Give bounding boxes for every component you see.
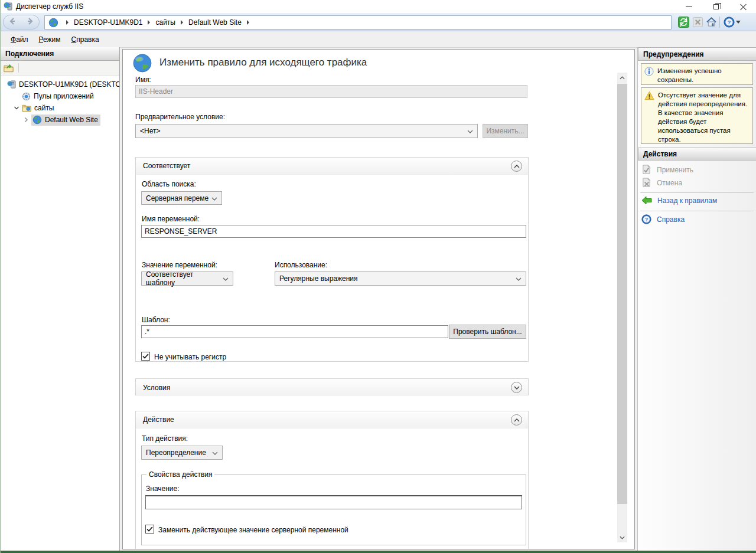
- apply-icon: [641, 165, 651, 175]
- conditions-section-header: Условия: [136, 379, 528, 396]
- back-to-rules-label[interactable]: Назад к правилам: [657, 197, 717, 205]
- breadcrumb-item-default-web-site[interactable]: Default Web Site: [188, 18, 242, 27]
- match-section-title: Соответствует: [143, 162, 190, 170]
- restore-icon: [713, 4, 719, 9]
- app-icon: [4, 2, 13, 13]
- scope-value: Серверная переменн: [146, 194, 208, 202]
- tree-item-default-web-site-selection[interactable]: Default Web Site: [31, 114, 100, 126]
- help-circle-icon: ?: [641, 214, 651, 224]
- tree-item-app-pools-label[interactable]: Пулы приложений: [34, 92, 94, 100]
- window-title: Диспетчер служб IIS: [16, 2, 83, 11]
- scroll-down-icon[interactable]: [617, 532, 627, 542]
- check-icon: [146, 526, 153, 532]
- chevron-down-icon: [223, 274, 229, 283]
- tree-item-default-web-site-label[interactable]: Default Web Site: [45, 116, 98, 124]
- test-pattern-button[interactable]: Проверить шаблон...: [449, 325, 526, 339]
- precondition-select[interactable]: <Нет>: [135, 124, 478, 138]
- action-properties-group: Свойства действия Значение: Заменить дей…: [141, 475, 526, 545]
- apply-action: Применить: [641, 165, 693, 175]
- collapse-up-icon[interactable]: [511, 414, 522, 426]
- breadcrumb-arrow-icon: [148, 20, 150, 25]
- tree-item-sites-label[interactable]: сайты: [34, 104, 54, 112]
- variable-name-input[interactable]: [141, 225, 526, 238]
- tree-item-sites[interactable]: сайты: [14, 102, 54, 114]
- breadcrumb: DESKTOP-U1MK9D1 сайты Default Web Site: [44, 15, 672, 30]
- home-button[interactable]: [705, 16, 718, 28]
- address-bar: DESKTOP-U1MK9D1 сайты Default Web Site ?: [1, 13, 756, 31]
- chevron-down-icon: [467, 127, 473, 135]
- name-label: Имя:: [135, 76, 151, 84]
- pattern-input[interactable]: [141, 325, 448, 338]
- help-button[interactable]: ?: [723, 16, 735, 28]
- tree-item-default-web-site[interactable]: Default Web Site: [23, 114, 100, 126]
- restore-button[interactable]: [702, 0, 729, 13]
- tree-item-server-label[interactable]: DESKTOP-U1MK9D1 (DESKTOI: [19, 80, 119, 89]
- forward-button[interactable]: [26, 17, 34, 27]
- edit-outbound-rule-page: Изменить правило для исходящего трафика …: [122, 49, 635, 549]
- window-border: [1, 551, 756, 553]
- toolbar-separator: [18, 63, 19, 73]
- breadcrumb-item-server[interactable]: DESKTOP-U1MK9D1: [74, 18, 142, 27]
- menu-view[interactable]: Режим: [34, 33, 66, 46]
- variable-value-select[interactable]: Соответствует шаблону: [141, 271, 233, 286]
- chevron-collapsed-icon[interactable]: [23, 117, 29, 123]
- chevron-expanded-icon[interactable]: [14, 105, 19, 111]
- back-button[interactable]: [8, 17, 17, 27]
- collapse-up-icon[interactable]: [511, 161, 522, 172]
- help-dropdown-icon[interactable]: [735, 16, 741, 28]
- conditions-section-title: Условия: [143, 384, 170, 392]
- scope-select[interactable]: Серверная переменн: [141, 191, 222, 205]
- site-globe-icon[interactable]: [48, 18, 58, 28]
- ignore-case-checkbox[interactable]: [141, 352, 150, 361]
- minimize-icon: [686, 6, 692, 7]
- scroll-up-icon[interactable]: [617, 73, 627, 83]
- help-label[interactable]: Справка: [657, 215, 685, 224]
- using-label: Использование:: [275, 261, 327, 269]
- action-value-input[interactable]: [145, 495, 522, 509]
- action-section-header: Действие: [136, 411, 528, 428]
- tree-item-server[interactable]: DESKTOP-U1MK9D1 (DESKTOI: [4, 78, 119, 90]
- action-value-label: Значение:: [146, 485, 180, 493]
- action-properties-title: Свойства действия: [146, 470, 214, 479]
- variable-name-label: Имя переменной:: [142, 215, 200, 223]
- using-select[interactable]: Регулярные выражения: [275, 271, 526, 286]
- actions-separator: [640, 211, 754, 211]
- cancel-label: Отмена: [657, 179, 682, 187]
- svg-text:?: ?: [728, 19, 731, 25]
- close-button[interactable]: [729, 0, 756, 13]
- cancel-action: Отмена: [641, 178, 682, 188]
- ignore-case-label: Не учитывать регистр: [154, 353, 226, 361]
- close-icon: [740, 4, 747, 10]
- minimize-button[interactable]: [675, 0, 702, 13]
- variable-value-label: Значение переменной:: [142, 261, 217, 269]
- iis-manager-window: Диспетчер служб IIS DESKTOP-U1MK9D1 сайт…: [0, 0, 756, 553]
- menu-help[interactable]: Справка: [66, 33, 105, 46]
- scrollbar-thumb[interactable]: [617, 84, 627, 504]
- refresh-button[interactable]: [677, 16, 690, 28]
- action-section: Действие Тип действия: Переопределение С…: [135, 411, 529, 549]
- collapse-down-icon[interactable]: [511, 382, 522, 393]
- create-connection-icon[interactable]: [4, 64, 14, 73]
- replace-value-checkbox[interactable]: [145, 525, 154, 534]
- sites-folder-icon: [22, 104, 31, 112]
- page-title: Изменить правило для исходящего трафика: [159, 57, 367, 68]
- back-to-rules-action[interactable]: Назад к правилам: [641, 196, 717, 205]
- conditions-section: Условия: [135, 378, 529, 395]
- menu-file[interactable]: Файл: [5, 33, 34, 46]
- breadcrumb-item-sites[interactable]: сайты: [155, 18, 175, 27]
- help-action[interactable]: ? Справка: [641, 214, 685, 224]
- match-section-header: Соответствует: [136, 158, 528, 175]
- tree-item-app-pools[interactable]: Пулы приложений: [22, 90, 94, 102]
- breadcrumb-arrow-icon: [181, 20, 183, 25]
- action-type-label: Тип действия:: [142, 434, 188, 443]
- precondition-label: Предварительное условие:: [135, 113, 225, 121]
- app-pools-icon: [22, 92, 31, 101]
- warning-notice-text: Отсутствует значение для действия переоп…: [658, 91, 750, 140]
- action-section-title: Действие: [143, 415, 174, 424]
- actions-separator: [640, 192, 754, 193]
- svg-text:?: ?: [645, 217, 648, 222]
- main-scrollbar[interactable]: [617, 73, 627, 542]
- info-notice-text: Изменения успешно сохранены.: [657, 67, 750, 81]
- toolbar-separator: [719, 17, 720, 28]
- action-type-select[interactable]: Переопределение: [141, 446, 223, 460]
